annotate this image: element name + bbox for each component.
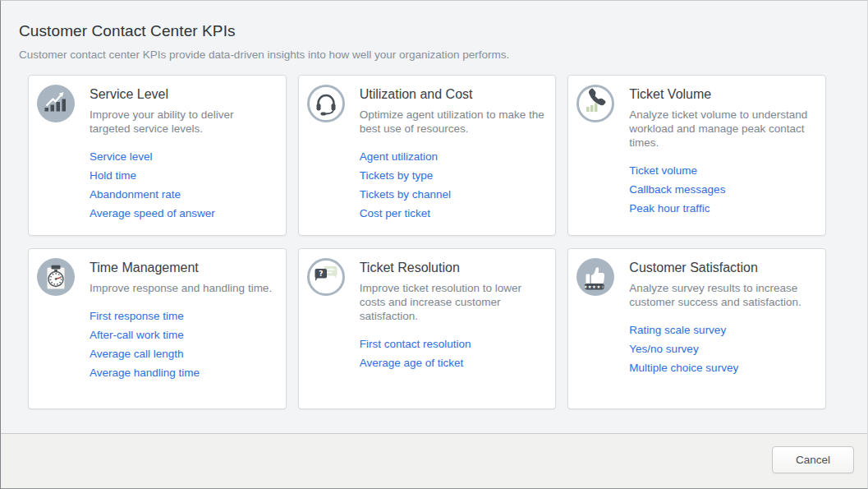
kpi-card-body: Time Management Improve response and han… (90, 258, 276, 378)
kpi-link-hold-time[interactable]: Hold time (90, 170, 136, 181)
kpi-card-title: Ticket Volume (629, 86, 815, 102)
kpi-card-body: Utilization and Cost Optimize agent util… (360, 85, 546, 219)
kpi-link-list: Agent utilizationTickets by typeTickets … (360, 151, 546, 219)
kpi-card-description: Analyze survey results to increase custo… (629, 281, 815, 309)
kpi-link-rating-scale-survey[interactable]: Rating scale survey (629, 325, 726, 335)
kpi-card-ticket-resolution: ? Ticket Resolution Improve ticket resol… (298, 248, 557, 409)
kpi-card-time-management: Time Management Improve response and han… (28, 248, 287, 409)
kpi-card-title: Ticket Resolution (360, 260, 546, 275)
svg-text:★★★★★: ★★★★★ (584, 284, 606, 289)
page-subtitle: Customer contact center KPIs provide dat… (19, 48, 849, 62)
kpi-link-multiple-choice-survey[interactable]: Multiple choice survey (629, 362, 738, 373)
kpi-card-service-level: Service Level Improve your ability to de… (28, 75, 287, 236)
page-header: Customer Contact Center KPIs Customer co… (1, 1, 867, 62)
kpi-link-list: Service levelHold timeAbandonment rateAv… (90, 151, 276, 219)
stopwatch-clipboard-icon (37, 258, 75, 296)
kpi-link-cost-per-ticket[interactable]: Cost per ticket (360, 208, 430, 219)
kpi-link-callback-messages[interactable]: Callback messages (629, 184, 725, 195)
footer-bar: Cancel (1, 433, 867, 488)
kpi-link-average-speed-of-answer[interactable]: Average speed of answer (90, 208, 215, 219)
thumbs-up-rating-icon: ★★★★★ (576, 258, 614, 296)
kpi-card-body: Ticket Volume Analyze ticket volume to u… (629, 85, 815, 214)
svg-text:?: ? (319, 270, 323, 278)
kpi-link-average-handling-time[interactable]: Average handling time (90, 367, 200, 378)
kpi-link-agent-utilization[interactable]: Agent utilization (360, 151, 438, 162)
kpi-link-service-level[interactable]: Service level (90, 151, 153, 162)
kpi-card-description: Optimize agent utilization to make the b… (360, 108, 546, 136)
phone-stats-icon (576, 85, 614, 122)
kpi-link-average-call-length[interactable]: Average call length (90, 348, 184, 359)
kpi-card-description: Improve your ability to deliver targeted… (90, 108, 276, 136)
kpi-card-title: Utilization and Cost (360, 86, 546, 102)
kpi-card-title: Customer Satisfaction (629, 260, 815, 275)
kpi-card-title: Time Management (90, 260, 276, 275)
cancel-button[interactable]: Cancel (772, 446, 854, 473)
kpi-link-ticket-volume[interactable]: Ticket volume (629, 165, 697, 176)
page-title: Customer Contact Center KPIs (19, 22, 849, 40)
kpi-card-title: Service Level (90, 86, 276, 102)
kpi-card-description: Improve ticket resolution to lower costs… (360, 281, 546, 323)
kpi-card-ticket-volume: Ticket Volume Analyze ticket volume to u… (567, 75, 826, 236)
kpi-card-body: Ticket Resolution Improve ticket resolut… (360, 258, 546, 368)
kpi-link-peak-hour-traffic[interactable]: Peak hour traffic (629, 203, 710, 214)
kpi-link-tickets-by-type[interactable]: Tickets by type (360, 170, 434, 181)
bar-chart-trend-icon (37, 85, 75, 122)
kpi-link-list: First response timeAfter-call work timeA… (90, 311, 276, 378)
kpi-link-first-response-time[interactable]: First response time (90, 311, 184, 321)
kpi-card-body: Service Level Improve your ability to de… (90, 85, 276, 219)
kpi-card-description: Improve response and handling time. (90, 281, 276, 295)
kpi-link-abandonment-rate[interactable]: Abandonment rate (90, 189, 181, 200)
kpi-card-utilization-and-cost: Utilization and Cost Optimize agent util… (298, 75, 557, 236)
cards-grid: Service Level Improve your ability to de… (28, 75, 826, 409)
chat-question-icon: ? (307, 258, 345, 296)
kpi-link-list: Rating scale surveyYes/no surveyMultiple… (629, 325, 815, 373)
kpi-link-after-call-work-time[interactable]: After-call work time (90, 330, 184, 340)
kpi-link-list: First contact resolutionAverage age of t… (360, 339, 546, 368)
kpi-link-average-age-of-ticket[interactable]: Average age of ticket (360, 358, 464, 368)
headset-icon (307, 85, 345, 122)
kpi-link-list: Ticket volumeCallback messagesPeak hour … (629, 165, 815, 214)
kpi-link-tickets-by-channel[interactable]: Tickets by channel (360, 189, 451, 200)
panel-content: Customer Contact Center KPIs Customer co… (1, 1, 867, 433)
kpi-link-first-contact-resolution[interactable]: First contact resolution (360, 339, 471, 349)
customer-contact-center-kpis-panel: Customer Contact Center KPIs Customer co… (0, 0, 868, 489)
kpi-card-customer-satisfaction: ★★★★★ Customer Satisfaction Analyze surv… (567, 248, 826, 409)
kpi-link-yes-no-survey[interactable]: Yes/no survey (629, 344, 698, 354)
kpi-card-body: Customer Satisfaction Analyze survey res… (629, 258, 815, 373)
kpi-card-description: Analyze ticket volume to understand work… (629, 108, 815, 150)
